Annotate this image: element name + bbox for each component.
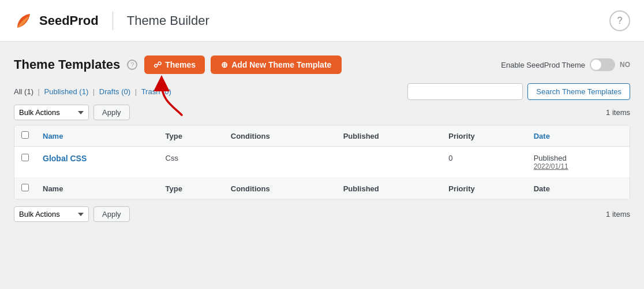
- col-priority-footer: Priority: [441, 178, 526, 199]
- col-published-footer: Published: [336, 178, 442, 199]
- page-header-left: Theme Templates ? ☍ Themes: [14, 55, 342, 74]
- table-container: Name Type Conditions Published Priority: [14, 125, 630, 199]
- top-items-count: 1 items: [606, 108, 630, 117]
- app-header: SeedProd Theme Builder ?: [0, 0, 644, 42]
- row-date-status: Published: [534, 154, 623, 162]
- col-conditions-footer: Conditions: [224, 178, 336, 199]
- col-name-footer: Name: [36, 178, 159, 199]
- filter-published[interactable]: Published (1): [44, 87, 91, 96]
- top-apply-button[interactable]: Apply: [93, 105, 130, 120]
- add-template-label: Add New Theme Template: [231, 60, 331, 69]
- sep3: |: [135, 87, 139, 96]
- search-label: Search Theme Templates: [536, 87, 621, 96]
- toggle-status: NO: [620, 61, 630, 69]
- trash-label: Trash: [141, 87, 160, 96]
- enable-label: Enable SeedProd Theme: [501, 61, 585, 69]
- published-label: Published: [44, 87, 77, 96]
- page-header: Theme Templates ? ☍ Themes: [14, 55, 630, 74]
- templates-table: Name Type Conditions Published Priority: [14, 125, 630, 199]
- filter-trash[interactable]: Trash (0): [141, 87, 171, 96]
- help-button[interactable]: ?: [609, 10, 630, 31]
- drafts-label: Drafts: [99, 87, 119, 96]
- row-name-cell: Global CSS: [36, 147, 159, 178]
- page-title: Theme Templates: [14, 57, 120, 72]
- table-footer-header-row: Name Type Conditions Published Priority: [14, 178, 630, 199]
- table-row: Global CSS Css 0 Published: [14, 147, 630, 178]
- bottom-items-count: 1 items: [606, 210, 630, 218]
- sep1: |: [38, 87, 42, 96]
- top-actions-bar: Bulk Actions Delete Apply 1 items: [14, 105, 630, 120]
- logo: SeedProd: [14, 10, 99, 31]
- top-bulk-select[interactable]: Bulk Actions Delete: [14, 105, 89, 120]
- all-count: (1): [24, 87, 33, 96]
- col-priority-header: Priority: [441, 125, 526, 147]
- row-type-cell: Css: [159, 147, 224, 178]
- row-check-cell: [14, 147, 36, 178]
- table-header-row: Name Type Conditions Published Priority: [14, 125, 630, 147]
- filter-drafts[interactable]: Drafts (0): [99, 87, 133, 96]
- search-button[interactable]: Search Theme Templates: [527, 83, 630, 100]
- main-content: Theme Templates ? ☍ Themes: [0, 42, 644, 240]
- select-all-checkbox[interactable]: [21, 131, 29, 139]
- filter-bar: All (1) | Published (1) | Drafts (0) | T…: [14, 83, 630, 100]
- add-template-button[interactable]: ⊕ Add New Theme Template: [211, 55, 342, 74]
- row-name-link[interactable]: Global CSS: [43, 154, 87, 163]
- page-help-icon[interactable]: ?: [127, 60, 137, 70]
- col-type-header: Type: [159, 125, 224, 147]
- themes-button[interactable]: ☍ Themes: [144, 55, 205, 74]
- sep2: |: [93, 87, 97, 96]
- trash-count: (0): [162, 87, 171, 96]
- logo-icon: [14, 10, 35, 31]
- bottom-bulk-select[interactable]: Bulk Actions Delete: [14, 206, 89, 222]
- col-date-header[interactable]: Date: [527, 125, 630, 147]
- bottom-actions-bar: Bulk Actions Delete Apply 1 items: [14, 206, 630, 222]
- question-mark: ?: [130, 61, 134, 68]
- row-date-value: 2022/01/11: [534, 162, 623, 171]
- bottom-apply-label: Apply: [102, 210, 121, 218]
- drafts-count: (0): [121, 87, 130, 96]
- select-all-checkbox-bottom[interactable]: [21, 184, 29, 191]
- row-published-cell: [336, 147, 442, 178]
- published-count: (1): [79, 87, 88, 96]
- help-icon: ?: [617, 16, 623, 26]
- search-area: Search Theme Templates: [407, 83, 630, 100]
- col-name-header[interactable]: Name: [36, 125, 159, 147]
- top-apply-label: Apply: [102, 108, 121, 117]
- filter-all[interactable]: All (1): [14, 87, 36, 96]
- col-conditions-header: Conditions: [224, 125, 336, 147]
- row-priority-cell: 0: [441, 147, 526, 178]
- header-divider: [113, 12, 113, 30]
- bottom-bulk-group: Bulk Actions Delete Apply: [14, 206, 130, 222]
- col-date-footer: Date: [527, 178, 630, 199]
- themes-label: Themes: [165, 60, 196, 69]
- row-conditions-cell: [224, 147, 336, 178]
- bottom-apply-button[interactable]: Apply: [93, 206, 130, 222]
- row-checkbox[interactable]: [21, 154, 29, 161]
- top-bulk-group: Bulk Actions Delete Apply: [14, 105, 130, 120]
- col-check-footer: [14, 178, 36, 199]
- header-title: Theme Builder: [127, 13, 209, 28]
- enable-section: Enable SeedProd Theme NO: [501, 58, 630, 71]
- search-input[interactable]: [407, 83, 523, 100]
- filter-links: All (1) | Published (1) | Drafts (0) | T…: [14, 87, 171, 96]
- col-type-footer: Type: [159, 178, 224, 199]
- header-left: SeedProd Theme Builder: [14, 10, 209, 31]
- logo-text: SeedProd: [39, 13, 99, 28]
- all-label: All: [14, 87, 22, 96]
- col-check-header: [14, 125, 36, 147]
- row-date-cell: Published 2022/01/11: [527, 147, 630, 178]
- enable-toggle[interactable]: [590, 58, 615, 71]
- add-icon: ⊕: [221, 60, 228, 69]
- col-published-header: Published: [336, 125, 442, 147]
- themes-icon: ☍: [153, 60, 162, 69]
